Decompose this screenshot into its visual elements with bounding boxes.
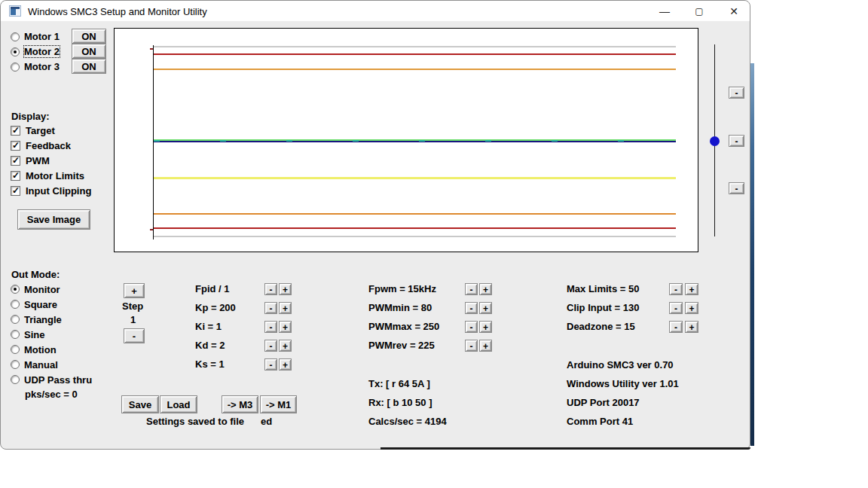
out-mode-monitor-label: Monitor: [24, 284, 60, 295]
out-mode-square-label: Square: [24, 299, 57, 310]
desktop-wallpaper-strip: [750, 63, 754, 446]
scope-line-frame-top: [154, 46, 676, 47]
pwmmax-plus-button[interactable]: +: [479, 321, 492, 333]
motor-2-label: Motor 2: [24, 46, 60, 57]
udp-port: UDP Port 20017: [567, 397, 640, 408]
fpid-label: Fpid / 1: [195, 283, 230, 294]
display-input-clipping-checkbox[interactable]: [11, 186, 20, 196]
display-input-clipping-label: Input Clipping: [26, 185, 91, 197]
comm-port: Comm Port 41: [567, 416, 633, 427]
load-settings-button[interactable]: Load: [160, 395, 197, 413]
ks-plus-button[interactable]: +: [279, 358, 292, 371]
motor-2-on-button[interactable]: ON: [72, 44, 106, 59]
display-pwm-checkbox[interactable]: [11, 156, 20, 166]
motor-3-on-button[interactable]: ON: [72, 59, 106, 74]
motor-1-radio[interactable]: [11, 32, 20, 41]
kp-minus-button[interactable]: -: [264, 302, 277, 314]
scope-line-clip-lower: [154, 227, 676, 229]
out-mode-manual-radio[interactable]: [11, 360, 20, 369]
display-motor-limits-label: Motor Limits: [26, 170, 84, 181]
ki-minus-button[interactable]: -: [264, 321, 277, 333]
save-image-button[interactable]: Save Image: [17, 209, 90, 230]
scope-tick-top: [150, 48, 153, 50]
deadzone-minus-button[interactable]: -: [669, 321, 683, 333]
out-mode-triangle-radio[interactable]: [11, 315, 20, 324]
settings-status-fragment: ed: [261, 416, 272, 427]
scale-mid-minus-button[interactable]: -: [729, 135, 744, 147]
display-feedback-checkbox[interactable]: [11, 141, 20, 151]
fpwm-label: Fpwm = 15kHz: [368, 283, 436, 294]
scope-y-axis: [153, 45, 154, 239]
display-motor-limits-checkbox[interactable]: [11, 171, 20, 181]
app-window: Windows SMC3 Setup and Monitor Utility —…: [0, 0, 750, 450]
display-pwm-label: PWM: [26, 155, 50, 166]
step-minus-button[interactable]: -: [124, 328, 145, 343]
minimize-button[interactable]: —: [647, 1, 682, 22]
fpid-plus-button[interactable]: +: [279, 283, 292, 295]
scale-bottom-minus-button[interactable]: -: [729, 182, 744, 194]
motor-3-radio[interactable]: [11, 63, 20, 72]
ki-label: Ki = 1: [195, 321, 222, 332]
copy-to-m1-button[interactable]: -> M1: [260, 395, 297, 413]
tx-status: Tx: [ r 64 5A ]: [368, 378, 430, 389]
scope-line-feedback-dashes: [154, 140, 676, 142]
close-button[interactable]: ✕: [717, 1, 751, 22]
pwmmin-minus-button[interactable]: -: [465, 302, 478, 314]
clip-input-minus-button[interactable]: -: [669, 302, 683, 314]
kd-plus-button[interactable]: +: [279, 340, 292, 352]
scope-canvas: [114, 28, 698, 252]
step-plus-button[interactable]: +: [124, 283, 145, 298]
motor-1-label: Motor 1: [24, 31, 60, 42]
out-mode-sine-label: Sine: [24, 329, 44, 340]
pks-per-sec-value: pks/sec = 0: [25, 389, 78, 400]
ks-minus-button[interactable]: -: [264, 358, 277, 371]
scope-line-limit-upper: [154, 69, 676, 70]
kp-label: Kp = 200: [195, 302, 236, 313]
scope-tick-bottom: [150, 229, 153, 230]
step-value: 1: [130, 314, 136, 325]
deadzone-label: Deadzone = 15: [567, 321, 635, 332]
app-icon: [9, 5, 21, 17]
display-heading: Display:: [11, 111, 50, 122]
window-bottom-edge: [381, 447, 750, 450]
display-target-checkbox[interactable]: [11, 126, 20, 136]
out-mode-monitor-radio[interactable]: [11, 285, 20, 294]
pwmmax-minus-button[interactable]: -: [465, 321, 478, 333]
window-title: Windows SMC3 Setup and Monitor Utility: [28, 6, 207, 17]
out-mode-sine-radio[interactable]: [11, 330, 20, 339]
scope-line-frame-bottom: [154, 236, 676, 237]
step-label: Step: [122, 300, 143, 312]
save-settings-button[interactable]: Save: [121, 395, 159, 413]
out-mode-udp-label: UDP Pass thru: [24, 374, 92, 386]
settings-status-text: Settings saved to file: [146, 416, 244, 427]
fpwm-minus-button[interactable]: -: [465, 283, 478, 295]
rx-status: Rx: [ b 10 50 ]: [368, 397, 432, 408]
display-feedback-label: Feedback: [26, 140, 71, 151]
out-mode-motion-radio[interactable]: [11, 345, 20, 354]
pwmmin-label: PWMmin = 80: [368, 302, 432, 313]
clip-input-plus-button[interactable]: +: [685, 302, 698, 314]
fpid-minus-button[interactable]: -: [264, 283, 277, 295]
windows-utility-version: Windows Utility ver 1.01: [567, 378, 679, 389]
copy-to-m3-button[interactable]: -> M3: [222, 395, 258, 413]
maximize-button[interactable]: ▢: [682, 1, 717, 22]
fpwm-plus-button[interactable]: +: [479, 283, 492, 295]
kd-minus-button[interactable]: -: [264, 340, 277, 352]
scale-top-minus-button[interactable]: -: [729, 87, 744, 99]
ki-plus-button[interactable]: +: [279, 321, 292, 333]
pwmmax-label: PWMmax = 250: [368, 321, 439, 332]
pwmrev-plus-button[interactable]: +: [479, 340, 492, 352]
motor-2-radio[interactable]: [11, 47, 20, 56]
max-limits-minus-button[interactable]: -: [669, 283, 683, 295]
max-limits-plus-button[interactable]: +: [685, 283, 698, 295]
scope-slider-thumb[interactable]: [710, 136, 720, 146]
pwmmin-plus-button[interactable]: +: [479, 302, 492, 314]
deadzone-plus-button[interactable]: +: [685, 321, 698, 333]
max-limits-label: Max Limits = 50: [567, 283, 639, 294]
pwmrev-minus-button[interactable]: -: [465, 340, 478, 352]
kd-label: Kd = 2: [195, 340, 225, 351]
out-mode-square-radio[interactable]: [11, 300, 20, 309]
motor-1-on-button[interactable]: ON: [72, 29, 106, 44]
kp-plus-button[interactable]: +: [279, 302, 292, 314]
out-mode-udp-radio[interactable]: [11, 375, 20, 384]
